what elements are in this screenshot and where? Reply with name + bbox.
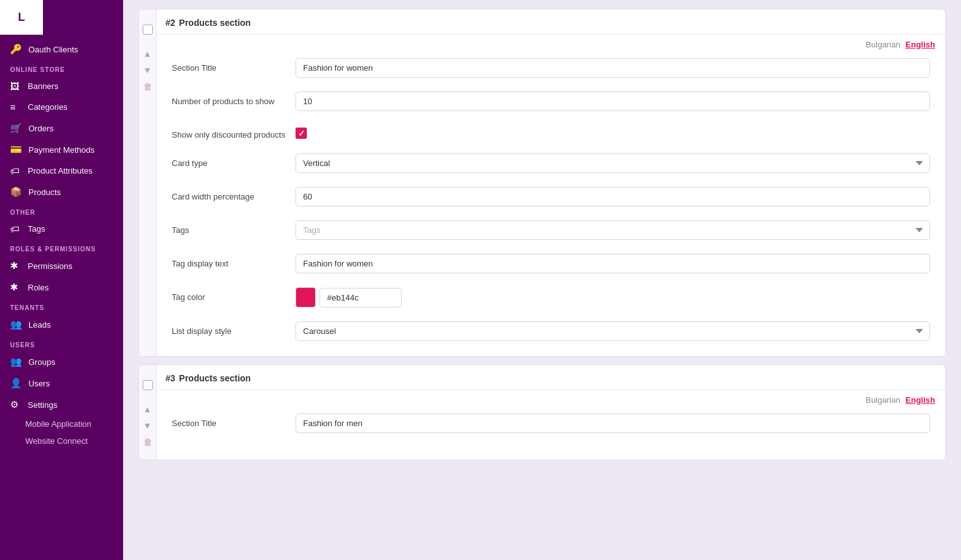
oauth-icon: 🔑 xyxy=(10,44,22,55)
products-label: Products xyxy=(28,188,61,197)
payment-label: Payment Methods xyxy=(28,145,95,155)
section2-tags-select[interactable]: Tags xyxy=(295,220,930,240)
sidebar-item-product-attributes[interactable]: 🏷 Product Attributes xyxy=(0,160,123,181)
section2-list-display-row: List display style Carousel Grid xyxy=(172,321,930,341)
section-label-roles: ROLES & PERMISSIONS xyxy=(0,239,123,255)
section2-sidebar-btns: ▲ ▼ 🗑 xyxy=(139,9,157,356)
section2-tag-color-field xyxy=(295,287,930,307)
sidebar-item-payment-methods[interactable]: 💳 Payment Methods xyxy=(0,139,123,160)
section3-lang-english[interactable]: English xyxy=(905,395,935,405)
roles-label: Roles xyxy=(28,283,49,292)
sidebar-item-users[interactable]: 👤 Users xyxy=(0,372,123,394)
section2-tags-label: Tags xyxy=(172,220,285,235)
attributes-icon: 🏷 xyxy=(10,165,21,176)
settings-label: Settings xyxy=(28,400,57,410)
section2-card-width-input[interactable] xyxy=(295,187,930,206)
attributes-label: Product Attributes xyxy=(28,166,93,176)
permissions-label: Permissions xyxy=(28,261,73,271)
sidebar-item-categories[interactable]: ≡ Categories xyxy=(0,97,123,117)
sidebar-item-roles[interactable]: ✱ Roles xyxy=(0,277,123,298)
section3-title-label: Section Title xyxy=(172,414,285,428)
section2-list-display-label: List display style xyxy=(172,321,285,336)
leads-label: Leads xyxy=(28,320,51,330)
banners-icon: 🖼 xyxy=(10,81,21,92)
sidebar-sub-website-connect[interactable]: Website Connect xyxy=(0,432,123,450)
sidebar-item-groups[interactable]: 👥 Groups xyxy=(0,351,123,372)
banners-label: Banners xyxy=(28,81,58,91)
section3-with-sidebar: ▲ ▼ 🗑 #3 Products section Bulgarian Engl… xyxy=(139,365,945,460)
section2-num-products-row: Number of products to show xyxy=(172,92,930,111)
section3-down-button[interactable]: ▼ xyxy=(141,419,154,432)
section3-lang-bar: Bulgarian English xyxy=(157,390,945,405)
section2-title-field xyxy=(295,58,930,78)
sidebar-item-oauth-clients[interactable]: 🔑 Oauth Clients xyxy=(0,39,123,60)
section2-down-button[interactable]: ▼ xyxy=(141,64,154,76)
section3-title-input[interactable] xyxy=(295,414,930,433)
section3-title: Products section xyxy=(179,373,251,383)
section2-discounted-checkbox[interactable] xyxy=(295,128,307,139)
permissions-icon: ✱ xyxy=(10,260,21,271)
section2-card-width-row: Card width percentage xyxy=(172,187,930,206)
section2-tag-display-field xyxy=(295,254,930,273)
section2-up-button[interactable]: ▲ xyxy=(141,47,154,60)
section3-sidebar-btns: ▲ ▼ 🗑 xyxy=(139,365,157,460)
section3-delete-button[interactable]: 🗑 xyxy=(141,436,154,448)
main-content: ▲ ▼ 🗑 #2 Products section Bulgarian Engl… xyxy=(123,0,961,560)
section2-title-label: Section Title xyxy=(172,58,285,73)
section3-main-content: #3 Products section Bulgarian English Se… xyxy=(157,365,945,460)
tags-label: Tags xyxy=(28,224,45,234)
users-label: Users xyxy=(28,379,50,388)
section-card-3: ▲ ▼ 🗑 #3 Products section Bulgarian Engl… xyxy=(138,364,946,460)
oauth-label: Oauth Clients xyxy=(28,45,78,54)
section3-lang-bulgarian[interactable]: Bulgarian xyxy=(866,395,900,405)
section2-discounted-row: Show only discounted products xyxy=(172,125,930,140)
section2-lang-bulgarian[interactable]: Bulgarian xyxy=(866,40,900,49)
section2-tag-display-label: Tag display text xyxy=(172,254,285,268)
section2-card-width-field xyxy=(295,187,930,206)
sidebar-item-banners[interactable]: 🖼 Banners xyxy=(0,76,123,97)
payment-icon: 💳 xyxy=(10,144,22,155)
section2-tag-color-label: Tag color xyxy=(172,287,285,302)
section-label-users: USERS xyxy=(0,335,123,351)
sidebar-logo: L xyxy=(0,0,43,35)
section2-tags-row: Tags Tags xyxy=(172,220,930,240)
sidebar-item-permissions[interactable]: ✱ Permissions xyxy=(0,255,123,277)
section2-delete-button[interactable]: 🗑 xyxy=(141,80,154,93)
products-icon: 📦 xyxy=(10,186,22,198)
sidebar-sub-mobile-application[interactable]: Mobile Application xyxy=(0,415,123,432)
roles-icon: ✱ xyxy=(10,282,21,293)
section2-list-display-select[interactable]: Carousel Grid xyxy=(295,321,930,341)
section3-checkbox[interactable] xyxy=(143,380,153,390)
categories-icon: ≡ xyxy=(10,102,21,112)
logo-text: L xyxy=(18,11,25,24)
section3-title-row: Section Title xyxy=(172,414,930,433)
section2-form: Section Title Number of products to show xyxy=(157,49,945,356)
tag-color-hex-input[interactable] xyxy=(319,288,402,307)
section2-title: Products section xyxy=(179,18,251,28)
sidebar: L 🔑 Oauth Clients ONLINE STORE 🖼 Banners… xyxy=(0,0,123,560)
section2-main-content: #2 Products section Bulgarian English Se… xyxy=(157,9,945,356)
section2-checkbox[interactable] xyxy=(143,25,153,35)
section2-card-type-select[interactable]: Vertical Horizontal xyxy=(295,153,930,173)
orders-label: Orders xyxy=(28,124,54,133)
section3-number: #3 xyxy=(165,373,176,383)
tags-icon: 🏷 xyxy=(10,223,21,234)
sidebar-item-leads[interactable]: 👥 Leads xyxy=(0,314,123,335)
section2-discounted-field xyxy=(295,125,930,139)
section2-title-input[interactable] xyxy=(295,58,930,78)
section2-list-display-field: Carousel Grid xyxy=(295,321,930,341)
sidebar-item-settings[interactable]: ⚙ Settings xyxy=(0,394,123,415)
section2-num-products-input[interactable] xyxy=(295,92,930,111)
section2-tag-display-input[interactable] xyxy=(295,254,930,273)
sidebar-item-orders[interactable]: 🛒 Orders xyxy=(0,117,123,139)
section-label-online-store: ONLINE STORE xyxy=(0,60,123,76)
section2-title-row: Section Title xyxy=(172,58,930,78)
sidebar-item-products[interactable]: 📦 Products xyxy=(0,181,123,203)
section2-tag-display-row: Tag display text xyxy=(172,254,930,273)
leads-icon: 👥 xyxy=(10,319,22,330)
sidebar-item-tags[interactable]: 🏷 Tags xyxy=(0,218,123,239)
section2-lang-english[interactable]: English xyxy=(905,40,935,49)
section3-up-button[interactable]: ▲ xyxy=(141,403,154,415)
groups-label: Groups xyxy=(28,357,56,367)
tag-color-swatch[interactable] xyxy=(295,287,316,307)
